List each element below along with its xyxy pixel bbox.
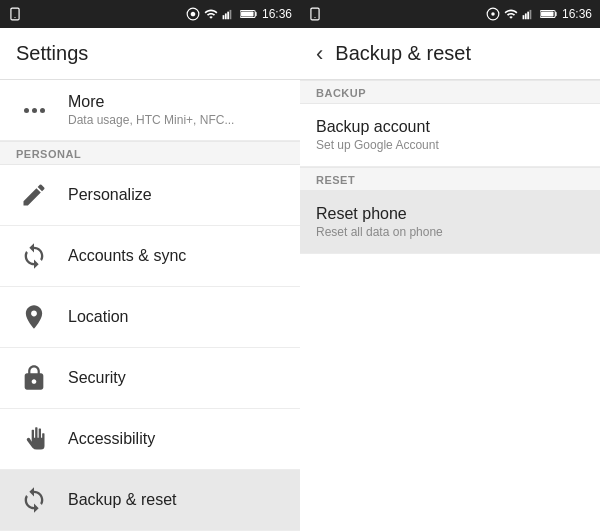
settings-list: More Data usage, HTC Mini+, NFC... PERSO… — [0, 80, 300, 532]
signal-icon-right — [522, 7, 536, 21]
nfc-icon-right — [486, 7, 500, 21]
more-item[interactable]: More Data usage, HTC Mini+, NFC... — [0, 80, 300, 141]
svg-rect-17 — [555, 12, 556, 16]
phone-icon-right — [308, 7, 322, 21]
signal-icon — [222, 7, 236, 21]
reset-phone-subtitle: Reset all data on phone — [316, 225, 584, 239]
accessibility-title: Accessibility — [68, 430, 284, 448]
nfc-icon — [186, 7, 200, 21]
more-item-text: More Data usage, HTC Mini+, NFC... — [68, 93, 284, 127]
status-bar-left: 16:36 — [0, 0, 300, 28]
phone-icon — [8, 7, 22, 21]
personalize-title: Personalize — [68, 186, 284, 204]
svg-rect-4 — [227, 12, 229, 20]
list-item-accounts-sync[interactable]: Accounts & sync — [0, 226, 300, 287]
reset-phone-title: Reset phone — [316, 205, 584, 223]
left-panel: 16:36 Settings More Data usage, HTC Mini… — [0, 0, 300, 532]
reset-section-label: RESET — [300, 167, 600, 191]
location-icon — [16, 299, 52, 335]
list-item-location[interactable]: Location — [0, 287, 300, 348]
list-item-backup-reset[interactable]: Backup & reset — [0, 470, 300, 531]
hand-icon — [16, 421, 52, 457]
svg-rect-3 — [225, 13, 227, 19]
settings-title: Settings — [16, 42, 88, 65]
location-text: Location — [68, 308, 284, 326]
svg-rect-15 — [530, 10, 532, 19]
more-item-title: More — [68, 93, 284, 111]
backup-section-label: BACKUP — [300, 80, 600, 104]
location-title: Location — [68, 308, 284, 326]
security-title: Security — [68, 369, 284, 387]
time-display: 16:36 — [262, 7, 292, 21]
svg-rect-12 — [523, 15, 525, 19]
header-back-container: ‹ Backup & reset — [316, 41, 471, 67]
battery-icon-right — [540, 7, 558, 21]
list-item-security[interactable]: Security — [0, 348, 300, 409]
accounts-sync-title: Accounts & sync — [68, 247, 284, 265]
list-item-personalize[interactable]: Personalize — [0, 165, 300, 226]
personal-section-label: PERSONAL — [0, 141, 300, 165]
svg-rect-18 — [541, 12, 553, 17]
reset-phone-item[interactable]: Reset phone Reset all data on phone — [300, 191, 600, 254]
status-bar-right: 16:36 — [300, 0, 600, 28]
svg-rect-14 — [527, 12, 529, 20]
battery-icon — [240, 7, 258, 21]
back-button[interactable]: ‹ — [316, 41, 323, 67]
right-header: ‹ Backup & reset — [300, 28, 600, 80]
edit-icon — [16, 177, 52, 213]
svg-rect-2 — [223, 15, 225, 19]
sync-icon — [16, 238, 52, 274]
time-display-right: 16:36 — [562, 7, 592, 21]
backup-reset-title: Backup & reset — [68, 491, 284, 509]
backup-icon — [16, 482, 52, 518]
svg-point-1 — [14, 17, 15, 18]
svg-point-10 — [314, 17, 315, 18]
personalize-text: Personalize — [68, 186, 284, 204]
svg-rect-7 — [255, 12, 256, 16]
backup-reset-list: BACKUP Backup account Set up Google Acco… — [300, 80, 600, 532]
backup-account-title: Backup account — [316, 118, 584, 136]
svg-rect-8 — [241, 12, 253, 17]
lock-icon — [16, 360, 52, 396]
right-panel: 16:36 ‹ Backup & reset BACKUP Backup acc… — [300, 0, 600, 532]
more-icon — [16, 92, 52, 128]
wifi-icon — [204, 7, 218, 21]
svg-point-11 — [491, 12, 495, 16]
wifi-icon-right — [504, 7, 518, 21]
left-header: Settings — [0, 28, 300, 80]
backup-account-item[interactable]: Backup account Set up Google Account — [300, 104, 600, 167]
accessibility-text: Accessibility — [68, 430, 284, 448]
list-item-accessibility[interactable]: Accessibility — [0, 409, 300, 470]
backup-reset-text: Backup & reset — [68, 491, 284, 509]
more-item-subtitle: Data usage, HTC Mini+, NFC... — [68, 113, 284, 127]
accounts-sync-text: Accounts & sync — [68, 247, 284, 265]
security-text: Security — [68, 369, 284, 387]
svg-rect-5 — [230, 10, 232, 19]
backup-reset-header-title: Backup & reset — [335, 42, 471, 65]
svg-rect-13 — [525, 13, 527, 19]
backup-account-subtitle: Set up Google Account — [316, 138, 584, 152]
